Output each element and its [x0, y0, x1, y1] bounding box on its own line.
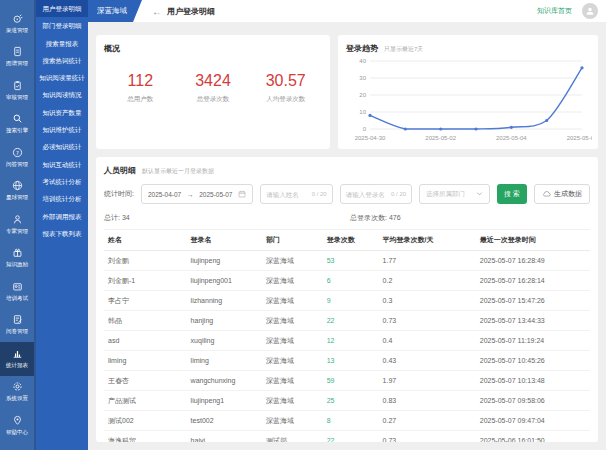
subnav-item-exam-stats[interactable]: 考试统计分析 — [36, 173, 88, 190]
generate-data-label: 生成数据 — [554, 189, 582, 199]
subnav-item-user-login-detail[interactable]: 用户登录明细 — [36, 0, 88, 17]
range-arrow-icon: → — [187, 191, 194, 198]
sidebar-item-label: 统计报表 — [6, 361, 28, 369]
table-cell: 深蓝海域 — [262, 291, 323, 311]
table-row: 李占宁lizhanning深蓝海域90.32025-05-07 15:47:26 — [104, 291, 590, 311]
subnav-item-knowledge-read-status[interactable]: 知识阅读情况 — [36, 86, 88, 103]
sidebar-item-report[interactable]: 统计报表 — [0, 342, 34, 376]
user-avatar[interactable] — [582, 3, 598, 19]
idcard-icon — [12, 281, 23, 292]
trend-card-head: 登录趋势 只显示最近7天 — [346, 43, 590, 54]
column-header: 部门 — [262, 230, 323, 251]
table-cell: 深蓝海域 — [262, 311, 323, 331]
subnav-item-knowledge-interaction-stats[interactable]: 知识互动统计 — [36, 156, 88, 173]
sidebar-item-training-exam[interactable]: 培训考试 — [0, 275, 34, 309]
content-area: 概况 112总用户数3424总登录次数30.57人均登录次数 登录趋势 只显示最… — [88, 22, 606, 450]
table-cell: wangchunxing — [187, 371, 262, 391]
table-row: 产品测试liujinpeng1深蓝海域250.832025-05-07 09:5… — [104, 391, 590, 411]
svg-text:2025-05-06: 2025-05-06 — [567, 135, 592, 141]
kb-home-link[interactable]: 知识库首页 — [537, 6, 572, 16]
login-count-link[interactable]: 59 — [323, 371, 379, 391]
name-input[interactable] — [266, 191, 308, 198]
table-cell: 韩晶 — [104, 311, 187, 331]
login-count-link[interactable]: 22 — [323, 311, 379, 331]
subnav-item-required-knowledge-stats[interactable]: 必读知识统计 — [36, 138, 88, 155]
column-header: 最近一次登录时间 — [476, 230, 590, 251]
login-count-link[interactable]: 9 — [323, 291, 379, 311]
table-cell: 深蓝海域 — [262, 411, 323, 431]
app-root: 渠道管理图谱管理审核管理搜索引擎?问答管理星球管理专家管理知识激励培训考试问卷管… — [0, 0, 606, 450]
chevron-down-icon — [476, 190, 483, 198]
sidebar-item-incentive[interactable]: 知识激励 — [0, 242, 34, 276]
sidebar-item-settings[interactable]: 系统设置 — [0, 376, 34, 410]
sidebar-item-label: 星球管理 — [6, 194, 28, 202]
sidebar-item-label: 审核管理 — [6, 93, 28, 101]
table-row: asdxuqiling深蓝海域120.42025-05-07 11:19:24 — [104, 331, 590, 351]
sidebar-item-label: 系统设置 — [6, 395, 28, 403]
login-counter: 0 / 20 — [391, 191, 406, 197]
sidebar-item-search-engine[interactable]: 搜索引擎 — [0, 108, 34, 142]
column-header: 登录名 — [187, 230, 262, 251]
subnav-item-dept-login-detail[interactable]: 部门登录明细 — [36, 17, 88, 34]
login-count-link[interactable]: 6 — [323, 271, 379, 291]
login-count-link[interactable]: 12 — [323, 331, 379, 351]
subnav-item-search-volume-report[interactable]: 搜索量报表 — [36, 35, 88, 52]
subnav-item-external-call-report[interactable]: 外部调用报表 — [36, 208, 88, 225]
table-cell: 深蓝海域 — [262, 331, 323, 351]
date-range-picker[interactable]: 2025-04-07 → 2025-05-07 — [141, 184, 253, 204]
svg-text:40: 40 — [359, 58, 366, 64]
top-cards-row: 概况 112总用户数3424总登录次数30.57人均登录次数 登录趋势 只显示最… — [96, 35, 598, 149]
table-cell: 产品测试 — [104, 391, 187, 411]
sidebar-item-graph[interactable]: 图谱管理 — [0, 41, 34, 75]
main-area: 深蓝海域 ← 用户登录明细 知识库首页 概况 112总用户数3424总登录次数3… — [88, 0, 606, 450]
detail-title: 人员明细 — [104, 165, 136, 176]
workspace-tab[interactable]: 深蓝海域 — [88, 0, 142, 22]
generate-data-button[interactable]: 生成数据 — [534, 184, 590, 204]
login-input[interactable] — [346, 191, 388, 198]
sidebar-item-expert[interactable]: 专家管理 — [0, 208, 34, 242]
table-row: 刘金鹏liujinpeng深蓝海域531.772025-05-07 16:28:… — [104, 251, 590, 271]
sidebar-item-help[interactable]: 帮助中心 — [0, 409, 34, 443]
question-icon: ? — [12, 147, 23, 158]
subnav-item-knowledge-asset-count[interactable]: 知识资产数量 — [36, 104, 88, 121]
sidebar-item-planet[interactable]: 星球管理 — [0, 175, 34, 209]
document-icon — [12, 46, 23, 57]
login-count-link[interactable]: 8 — [323, 411, 379, 431]
globe-icon — [12, 180, 23, 191]
cloud-icon — [542, 189, 551, 199]
page-title: 用户登录明细 — [167, 6, 215, 17]
login-input-box: 0 / 20 — [340, 184, 412, 204]
table-cell: 2025-05-07 13:44:33 — [476, 311, 590, 331]
search-button[interactable]: 搜 索 — [497, 184, 527, 204]
subnav-item-knowledge-maintain-stats[interactable]: 知识维护统计 — [36, 121, 88, 138]
sidebar-item-survey[interactable]: 问卷管理 — [0, 309, 34, 343]
subnav-item-report-download-list[interactable]: 报表下载列表 — [36, 225, 88, 242]
sidebar-item-label: 知识激励 — [6, 261, 28, 269]
total-logins-label: 总登录次数 — [177, 95, 250, 104]
sidebar-item-qa[interactable]: ?问答管理 — [0, 141, 34, 175]
sidebar-item-channel[interactable]: 渠道管理 — [0, 7, 34, 41]
overview-stats: 112总用户数3424总登录次数30.57人均登录次数 — [104, 72, 322, 104]
login-count-link[interactable]: 13 — [323, 351, 379, 371]
table-cell: 2025-05-06 16:01:50 — [476, 431, 590, 443]
gear-icon — [12, 381, 23, 392]
subnav-item-training-stats[interactable]: 培训统计分析 — [36, 190, 88, 207]
table-cell: xuqiling — [187, 331, 262, 351]
table-cell: 0.2 — [379, 271, 476, 291]
total-count: 总计: 34 — [104, 214, 130, 221]
login-count-link[interactable]: 25 — [323, 391, 379, 411]
table-cell: liming — [104, 351, 187, 371]
svg-text:2025-04-30: 2025-04-30 — [355, 135, 386, 141]
login-count-link[interactable]: 53 — [323, 251, 379, 271]
subnav-item-search-hotword-stats[interactable]: 搜索热词统计 — [36, 52, 88, 69]
table-cell: 深蓝海域 — [262, 251, 323, 271]
sidebar-item-audit[interactable]: 审核管理 — [0, 74, 34, 108]
login-count-link[interactable]: 22 — [323, 431, 379, 443]
svg-text:20: 20 — [359, 92, 366, 98]
dept-select[interactable]: 选择所属部门 — [419, 184, 490, 204]
table-cell: 深蓝海域 — [262, 371, 323, 391]
back-arrow-icon[interactable]: ← — [152, 6, 162, 17]
subnav-item-knowledge-read-volume[interactable]: 知识阅读量统计 — [36, 69, 88, 86]
table-cell: 0.3 — [379, 291, 476, 311]
table-cell: 0.4 — [379, 331, 476, 351]
